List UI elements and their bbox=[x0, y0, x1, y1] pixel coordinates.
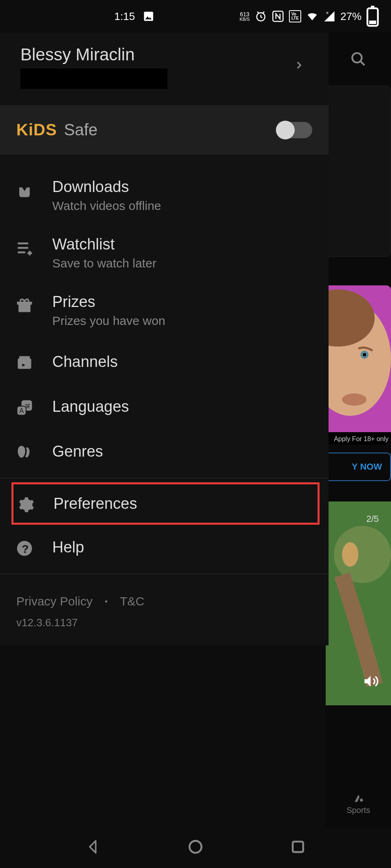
bg-face-card[interactable]: Apply For 18+ only bbox=[326, 285, 391, 444]
svg-point-28 bbox=[189, 841, 201, 853]
bg-play-now-button[interactable]: Y NOW bbox=[326, 453, 391, 481]
speaker-icon[interactable] bbox=[362, 673, 379, 693]
volte-icon: VoLTE bbox=[289, 10, 301, 22]
chevron-right-icon bbox=[293, 57, 304, 77]
menu-watchlist-title: Watchlist bbox=[52, 236, 156, 253]
system-nav-bar bbox=[0, 827, 391, 868]
menu-prizes[interactable]: Prizes Prizes you have won bbox=[0, 282, 329, 339]
menu-watchlist-subtitle: Save to watch later bbox=[52, 256, 156, 270]
gear-icon bbox=[16, 495, 36, 515]
alarm-icon bbox=[255, 10, 267, 22]
menu-prizes-title: Prizes bbox=[52, 293, 165, 311]
menu-downloads[interactable]: Downloads Watch videos offline bbox=[0, 167, 329, 224]
menu-prizes-subtitle: Prizes you have won bbox=[52, 314, 165, 328]
prizes-icon bbox=[15, 296, 34, 315]
bg-face-label: Apply For 18+ only bbox=[334, 435, 389, 443]
svg-rect-21 bbox=[19, 356, 30, 359]
menu-downloads-subtitle: Watch videos offline bbox=[52, 199, 161, 213]
menu-preferences-title: Preferences bbox=[53, 495, 137, 512]
search-icon[interactable] bbox=[350, 51, 367, 67]
menu-channels-title: Channels bbox=[52, 353, 118, 371]
divider-2 bbox=[0, 574, 329, 574]
divider bbox=[0, 478, 329, 478]
battery-percent: 27% bbox=[340, 10, 362, 23]
safe-label: Safe bbox=[64, 121, 98, 139]
help-icon: ? bbox=[15, 539, 34, 558]
signal-icon: × bbox=[323, 10, 335, 22]
status-bar: 1:15 613 KB/S VoLTE × 27% bbox=[0, 0, 391, 33]
bg-promo-card[interactable] bbox=[326, 86, 391, 257]
dot-separator: • bbox=[105, 597, 108, 606]
svg-point-17 bbox=[342, 542, 358, 567]
profile-header[interactable]: Blessy Miraclin bbox=[0, 33, 329, 105]
app-version: v12.3.6.1137 bbox=[0, 616, 329, 645]
wifi-icon bbox=[306, 10, 318, 22]
menu-watchlist[interactable]: Watchlist Save to watch later bbox=[0, 224, 329, 282]
profile-name: Blessy Miraclin bbox=[20, 45, 167, 64]
svg-rect-20 bbox=[18, 358, 31, 369]
menu-help[interactable]: ? Help bbox=[0, 525, 329, 570]
channels-icon bbox=[15, 353, 34, 373]
watchlist-icon bbox=[15, 238, 34, 258]
menu-languages[interactable]: अA Languages bbox=[0, 384, 329, 429]
bg-animation-card[interactable]: 2/5 bbox=[326, 501, 391, 705]
background-content: Apply For 18+ only Y NOW 2/5 Sports bbox=[326, 33, 391, 827]
download-icon bbox=[15, 181, 34, 200]
kids-label: KiDS bbox=[16, 121, 57, 139]
svg-rect-29 bbox=[293, 841, 303, 852]
back-button[interactable] bbox=[84, 838, 102, 857]
svg-rect-19 bbox=[17, 302, 32, 305]
svg-text:?: ? bbox=[22, 543, 29, 555]
genres-icon bbox=[15, 443, 34, 462]
status-time: 1:15 bbox=[114, 10, 135, 23]
battery-icon bbox=[367, 10, 379, 22]
kids-safe-row: KiDS Safe bbox=[0, 105, 329, 155]
menu-genres[interactable]: Genres bbox=[0, 429, 329, 474]
svg-text:×: × bbox=[326, 10, 329, 16]
bg-sports-tab[interactable]: Sports bbox=[326, 778, 391, 827]
kids-safe-toggle[interactable] bbox=[278, 122, 312, 138]
navigation-drawer: Blessy Miraclin KiDS Safe Downloads Watc… bbox=[0, 33, 329, 645]
home-button[interactable] bbox=[187, 838, 204, 857]
svg-point-13 bbox=[342, 393, 367, 406]
menu-downloads-title: Downloads bbox=[52, 178, 161, 196]
terms-link[interactable]: T&C bbox=[120, 594, 144, 608]
privacy-policy-link[interactable]: Privacy Policy bbox=[16, 594, 93, 608]
svg-rect-5 bbox=[371, 6, 375, 8]
network-speed: 613 KB/S bbox=[240, 11, 250, 22]
svg-point-7 bbox=[352, 53, 362, 62]
menu-genres-title: Genres bbox=[52, 443, 103, 460]
nfc-icon bbox=[272, 10, 284, 22]
svg-text:A: A bbox=[19, 407, 24, 414]
redacted-info bbox=[20, 68, 167, 89]
svg-rect-0 bbox=[144, 12, 153, 21]
bg-page-indicator: 2/5 bbox=[366, 514, 379, 524]
picture-icon bbox=[142, 10, 155, 22]
recent-apps-button[interactable] bbox=[289, 838, 307, 857]
menu-channels[interactable]: Channels bbox=[0, 339, 329, 384]
menu-help-title: Help bbox=[52, 539, 84, 556]
menu-languages-title: Languages bbox=[52, 398, 129, 415]
languages-icon: अA bbox=[15, 398, 34, 417]
svg-rect-6 bbox=[369, 21, 376, 24]
menu-preferences[interactable]: Preferences bbox=[11, 482, 320, 525]
svg-rect-18 bbox=[18, 304, 30, 312]
svg-point-12 bbox=[363, 353, 366, 356]
